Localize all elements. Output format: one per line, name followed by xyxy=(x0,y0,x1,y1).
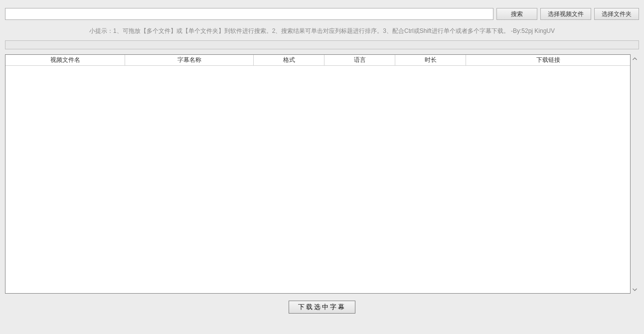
scroll-up-icon[interactable] xyxy=(632,55,638,62)
search-button[interactable]: 搜索 xyxy=(496,8,537,20)
scroll-down-icon[interactable] xyxy=(632,286,638,293)
column-header-video[interactable]: 视频文件名 xyxy=(5,55,125,65)
column-header-subtitle[interactable]: 字幕名称 xyxy=(125,55,254,65)
select-video-file-button[interactable]: 选择视频文件 xyxy=(540,8,591,20)
results-table[interactable]: 视频文件名 字幕名称 格式 语言 时长 下载链接 xyxy=(5,54,631,294)
results-area: 视频文件名 字幕名称 格式 语言 时长 下载链接 xyxy=(5,54,639,294)
column-header-duration[interactable]: 时长 xyxy=(395,55,466,65)
download-selected-button[interactable]: 下载选中字幕 xyxy=(289,301,355,314)
select-folder-button[interactable]: 选择文件夹 xyxy=(594,8,639,20)
column-header-language[interactable]: 语言 xyxy=(324,55,395,65)
table-header: 视频文件名 字幕名称 格式 语言 时长 下载链接 xyxy=(5,55,630,66)
footer: 下载选中字幕 xyxy=(0,294,644,314)
vertical-scrollbar[interactable] xyxy=(631,54,639,294)
column-header-format[interactable]: 格式 xyxy=(254,55,324,65)
table-body[interactable] xyxy=(5,66,630,293)
status-bar xyxy=(5,40,639,49)
toolbar: 搜索 选择视频文件 选择文件夹 xyxy=(0,0,644,20)
column-header-link[interactable]: 下载链接 xyxy=(466,55,630,65)
search-input[interactable] xyxy=(5,8,493,20)
hint-text: 小提示：1、可拖放【多个文件】或【单个文件夹】到软件进行搜索。2、搜索结果可单击… xyxy=(0,20,644,40)
